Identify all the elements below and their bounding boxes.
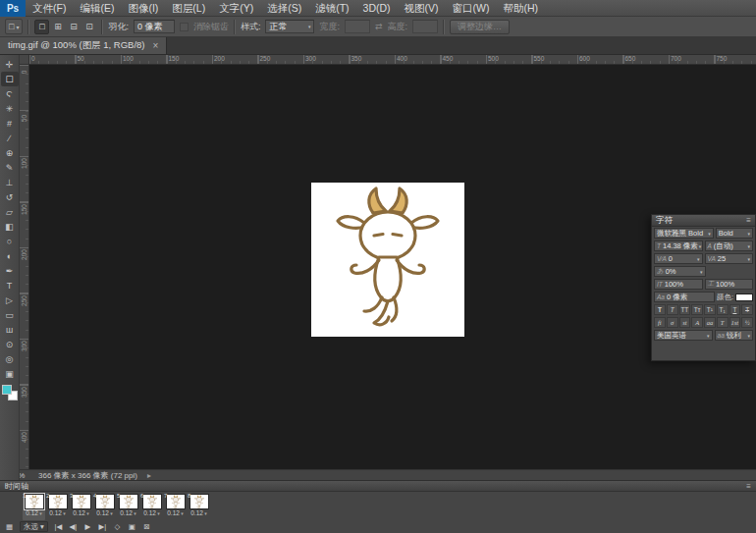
close-tab-icon[interactable]: ×: [153, 40, 159, 51]
stylistic-alternates-button[interactable]: aa: [704, 317, 716, 328]
panel-menu-icon[interactable]: ≡: [746, 482, 751, 491]
menu-item-7[interactable]: 3D(D): [356, 0, 398, 17]
antialias-checkbox[interactable]: [180, 23, 189, 31]
character-panel-header[interactable]: 字符 ≡: [652, 215, 755, 227]
vertical-scale-input[interactable]: IT 100%: [654, 279, 703, 290]
gradient-tool[interactable]: ◧: [1, 219, 19, 234]
small-caps-button[interactable]: Tᴛ: [691, 304, 703, 315]
foreground-color-swatch[interactable]: [2, 385, 12, 395]
animation-frame-2[interactable]: 20.12: [46, 493, 69, 520]
lasso-tool[interactable]: Ϛ: [1, 86, 19, 101]
animation-frame-6[interactable]: 60.12: [140, 493, 163, 520]
frame-thumbnail[interactable]: [95, 494, 115, 509]
brush-tool[interactable]: ✎: [1, 160, 19, 175]
baseline-shift-input[interactable]: Aa 0 像素: [654, 292, 715, 302]
canvas-area[interactable]: 0501001502002503003504004505005506006507…: [20, 55, 756, 469]
healing-brush-tool[interactable]: ⊕: [1, 145, 19, 160]
duplicate-frame-button[interactable]: ▣: [128, 522, 136, 531]
font-style-select[interactable]: Bold ▾: [716, 228, 753, 239]
frame-thumbnail[interactable]: [72, 494, 91, 509]
frame-delay-selector[interactable]: 0.12: [46, 509, 69, 516]
refine-edge-button[interactable]: 调整边缘…: [450, 20, 510, 34]
pen-tool[interactable]: ✒: [1, 263, 19, 278]
status-flyout-icon[interactable]: ▸: [147, 471, 151, 480]
eraser-tool[interactable]: ▱: [1, 204, 19, 219]
animation-frame-8[interactable]: 80.12: [188, 493, 210, 520]
tsume-select[interactable]: あ 0% ▾: [654, 266, 706, 277]
type-tool[interactable]: T: [1, 278, 19, 293]
menu-item-6[interactable]: 滤镜(T): [308, 0, 355, 17]
frame-thumbnail[interactable]: [142, 494, 162, 509]
history-brush-tool[interactable]: ↺: [1, 189, 19, 204]
menu-item-4[interactable]: 文字(Y): [212, 0, 260, 17]
loop-selector[interactable]: 永远 ▾: [20, 521, 48, 532]
eyedropper-tool[interactable]: ∕: [1, 131, 19, 145]
animation-frame-5[interactable]: 50.12: [117, 493, 139, 520]
menu-item-2[interactable]: 图像(I): [121, 0, 165, 17]
quick-selection-tool[interactable]: ✳: [1, 101, 19, 116]
font-family-select[interactable]: 微软雅黑 Bold ▾: [654, 228, 714, 239]
document-tab[interactable]: timg.gif @ 100% (图层 1, RGB/8) ×: [0, 37, 167, 54]
ruler-origin[interactable]: [20, 55, 29, 65]
menu-item-0[interactable]: 文件(F): [26, 0, 73, 17]
frame-thumbnail[interactable]: [48, 494, 68, 509]
path-selection-tool[interactable]: ▷: [1, 293, 19, 307]
fractions-button[interactable]: ½: [741, 317, 753, 328]
delete-frame-button[interactable]: ⊠: [142, 522, 151, 531]
new-selection-button[interactable]: □: [34, 20, 49, 34]
animation-frame-7[interactable]: 70.12: [164, 493, 187, 520]
menu-item-8[interactable]: 视图(V): [398, 0, 446, 17]
faux-italic-button[interactable]: T: [667, 304, 678, 315]
all-caps-button[interactable]: TT: [679, 304, 691, 315]
menu-item-10[interactable]: 帮助(H): [497, 0, 546, 17]
frame-thumbnail[interactable]: [166, 494, 186, 509]
ordinals-button[interactable]: 1st: [729, 317, 741, 328]
frame-delay-selector[interactable]: 0.12: [70, 509, 92, 516]
style-select[interactable]: 正常 ▾: [265, 20, 314, 33]
next-frame-button[interactable]: ▶|: [98, 522, 107, 531]
horizontal-scale-input[interactable]: 工 100%: [705, 279, 754, 290]
previous-frame-button[interactable]: ◀|: [69, 522, 78, 531]
height-input[interactable]: [412, 20, 438, 33]
frame-thumbnail[interactable]: [189, 494, 209, 509]
document-canvas-image[interactable]: [311, 183, 464, 337]
rectangular-marquee-tool[interactable]: ☐: [1, 72, 19, 86]
superscript-button[interactable]: T¹: [704, 304, 716, 315]
clone-stamp-tool[interactable]: ⊥: [1, 175, 19, 189]
first-frame-button[interactable]: |◀: [54, 522, 63, 531]
width-input[interactable]: [345, 20, 370, 33]
swash-button[interactable]: A: [691, 317, 703, 328]
tool-preset-picker[interactable]: □ ▾: [5, 19, 23, 34]
add-to-selection-button[interactable]: ⊞: [50, 20, 65, 34]
move-tool[interactable]: ✛: [1, 57, 19, 72]
kerning-select[interactable]: V∕A 0 ▾: [654, 253, 703, 264]
feather-input[interactable]: 0 像素: [134, 20, 175, 33]
faux-bold-button[interactable]: T: [654, 304, 666, 315]
intersect-selection-button[interactable]: ⊡: [81, 20, 96, 34]
leading-select[interactable]: A (自动) ▾: [705, 240, 754, 251]
frame-thumbnail[interactable]: [119, 494, 138, 509]
font-size-select[interactable]: T 14.38 像素 ▾: [654, 240, 703, 251]
frame-delay-selector[interactable]: 0.12: [164, 509, 187, 516]
convert-to-video-timeline-button[interactable]: ▦: [5, 522, 14, 531]
menu-item-1[interactable]: 编辑(E): [73, 0, 121, 17]
frame-delay-selector[interactable]: 0.12: [117, 509, 139, 516]
antialias-select[interactable]: aa 锐利 ▾: [715, 330, 753, 341]
crop-tool[interactable]: #: [1, 116, 19, 131]
tween-button[interactable]: ◇: [113, 522, 122, 531]
animation-frame-1[interactable]: 10.12: [23, 493, 45, 520]
frame-delay-selector[interactable]: 0.12: [93, 509, 116, 516]
panel-menu-icon[interactable]: ≡: [746, 216, 751, 225]
swap-dimensions-icon[interactable]: ⇄: [375, 22, 383, 31]
frame-delay-selector[interactable]: 0.12: [140, 509, 163, 516]
dodge-tool[interactable]: ◐: [1, 248, 19, 263]
menu-item-5[interactable]: 选择(S): [260, 0, 308, 17]
shape-tool[interactable]: ▭: [1, 307, 19, 322]
quick-mask-button[interactable]: ◎: [1, 351, 19, 366]
discretionary-ligatures-button[interactable]: st: [679, 317, 691, 328]
animation-frame-4[interactable]: 40.12: [93, 493, 116, 520]
subtract-from-selection-button[interactable]: ⊟: [66, 20, 81, 34]
language-select[interactable]: 美国英语 ▾: [654, 330, 713, 341]
contextual-alternates-button[interactable]: σ: [667, 317, 678, 328]
menu-item-3[interactable]: 图层(L): [165, 0, 212, 17]
